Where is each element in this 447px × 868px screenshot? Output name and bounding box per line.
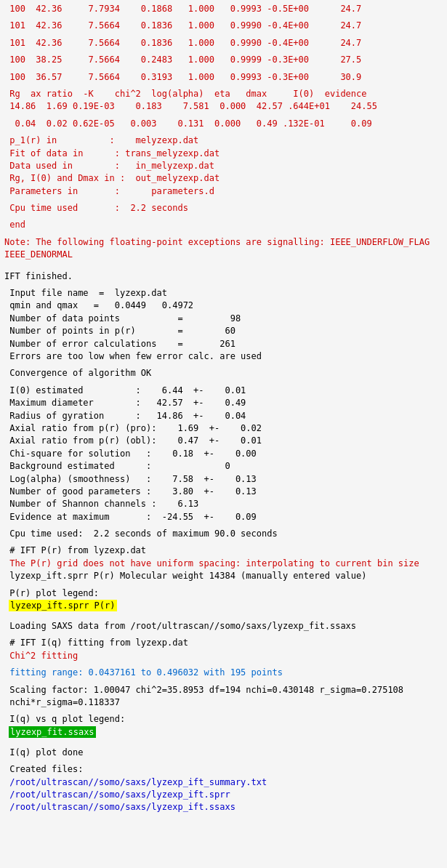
radius-gyration: Radius of gyration : 14.86 +- 0.04: [4, 410, 443, 422]
pr-mol-weight: lyzexp_ift.sprr P(r) Molecular weight 14…: [4, 570, 443, 582]
cpu-time2: Cpu time used: 2.2 seconds of maximum 90…: [4, 528, 443, 540]
convergence: Convergence of algorithm OK: [4, 367, 443, 379]
header-values: 14.86 1.69 0.19E-03 0.183 7.581 0.000 42…: [4, 100, 443, 113]
chi-square: Chi-square for solution : 0.18 +- 0.00: [4, 448, 443, 460]
fitting-range: fitting range: 0.0437161 to 0.496032 wit…: [4, 667, 443, 679]
pr-plot-legend: P(r) plot legend:: [4, 587, 443, 600]
created-file1: /root/ultrascan//somo/saxs/lyzexp_ift_su…: [4, 776, 443, 789]
table-row-5: 100 36.57 7.5664 0.3193 1.000 0.9993 -0.…: [4, 71, 443, 84]
iq-highlight-label: lyzexp_fit.ssaxs: [9, 726, 96, 738]
i0-estimated: I(0) estimated : 6.44 +- 0.01: [4, 385, 443, 397]
data-used: Data used in : in_melyzexp.dat: [4, 160, 443, 172]
main-container: 100 42.36 7.7934 0.1868 1.000 0.9993 -0.…: [0, 0, 447, 817]
axial-ratio-pro: Axial ratio from p(r) (pro): 1.69 +- 0.0…: [4, 422, 443, 435]
scaling-factor: Scaling factor: 1.00047 chi^2=35.8953 df…: [4, 684, 443, 696]
parameters-in: Parameters in : parameters.d: [4, 185, 443, 198]
axial-ratio-obl: Axial ratio from p(r) (obl): 0.47 +- 0.0…: [4, 435, 443, 447]
iq-vs-q-legend: I(q) vs q plot legend:: [4, 713, 443, 726]
num-data-pts: Number of data points = 98: [4, 313, 443, 325]
ift-finished: IFT finished.: [4, 270, 443, 283]
table-row-2: 101 42.36 7.5664 0.1836 1.000 0.9990 -0.…: [4, 20, 443, 32]
header-values2: 0.04 0.02 0.62E-05 0.003 0.131 0.000 0.4…: [4, 118, 443, 130]
num-good-params: Number of good parameters : 3.80 +- 0.13: [4, 486, 443, 498]
num-points-pr: Number of points in p(r) = 60: [4, 325, 443, 337]
input-file: Input file name = lyzexp.dat: [4, 287, 443, 300]
table-row-1: 100 42.36 7.7934 0.1868 1.000 0.9993 -0.…: [4, 3, 443, 15]
max-diameter: Maximum diameter : 42.57 +- 0.49: [4, 397, 443, 409]
created-file3: /root/ultrascan//somo/saxs/lyzexp_ift.ss…: [4, 801, 443, 813]
pr-grid-warning: The P(r) grid does not have uniform spac…: [4, 558, 443, 570]
cpu-time: Cpu time used : 2.2 seconds: [4, 202, 443, 214]
evidence-max: Evidence at maximum : -24.55 +- 0.09: [4, 511, 443, 523]
created-files-label: Created files:: [4, 763, 443, 776]
nchi-r-sigma: nchi*r_sigma=0.118337: [4, 696, 443, 709]
p1r-in: p_1(r) in : melyzexp.dat: [4, 134, 443, 147]
fit-data-in: Fit of data in : trans_melyzexp.dat: [4, 148, 443, 160]
num-shannon: Number of Shannon channels : 6.13: [4, 498, 443, 510]
table-row-4: 100 38.25 7.5664 0.2483 1.000 0.9999 -0.…: [4, 54, 443, 66]
ift-pr-label: # IFT P(r) from lyzexp.dat: [4, 544, 443, 557]
pr-highlight-label: lyzexp_ift.sprr P(r): [9, 600, 117, 611]
note-text: Note: The following floating-point excep…: [4, 236, 443, 262]
qmin-qmax: qmin and qmax = 0.0449 0.4972: [4, 300, 443, 312]
table-row-3: 101 42.36 7.5664 0.1836 1.000 0.9990 -0.…: [4, 37, 443, 49]
iq-plot-done: I(q) plot done: [4, 747, 443, 759]
chi2-fitting: Chi^2 fitting: [4, 650, 443, 662]
created-file2: /root/ultrascan//somo/saxs/lyzexp_ift.sp…: [4, 789, 443, 801]
end-label: end: [4, 219, 443, 231]
log-alpha: Log(alpha) (smoothness) : 7.58 +- 0.13: [4, 473, 443, 486]
header-label: Rg ax ratio -K chi^2 log(alpha) eta dmax…: [4, 88, 443, 100]
loading-saxs: Loading SAXS data from /root/ultrascan//…: [4, 620, 443, 632]
rg-i0-dmax: Rg, I(0) and Dmax in : out_melyzexp.dat: [4, 172, 443, 185]
background-est: Background estimated : 0: [4, 460, 443, 473]
iq-fitting-label: # IFT I(q) fitting from lyzexp.dat: [4, 637, 443, 649]
num-error-calc: Number of error calculations = 261: [4, 338, 443, 350]
errors-low: Errors are too low when few error calc. …: [4, 350, 443, 363]
